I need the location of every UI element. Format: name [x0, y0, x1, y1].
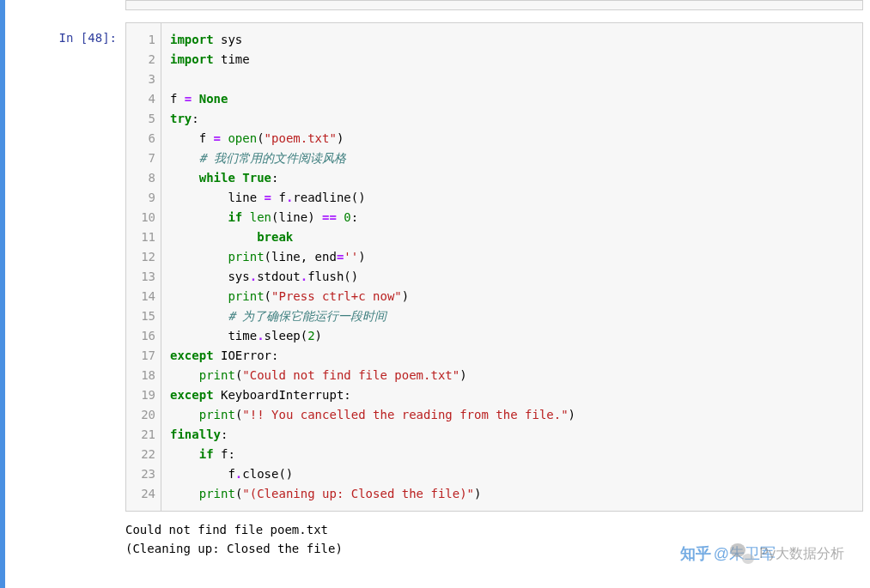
collapsed-cell-bar: [125, 0, 863, 10]
code-cell: In [48]: 1234567891011121314151617181920…: [5, 22, 870, 512]
wechat-text: Py大数据分析: [759, 545, 844, 563]
wechat-icon: [730, 543, 754, 564]
prompt-number: [48]:: [81, 31, 117, 45]
output-prompt-spacer: [5, 520, 125, 558]
code-content[interactable]: import sysimport time f = Nonetry: f = o…: [161, 23, 862, 511]
code-input-area[interactable]: 123456789101112131415161718192021222324 …: [125, 22, 863, 512]
cell-prompt: In [48]:: [5, 22, 125, 512]
prompt-in: In: [59, 31, 81, 45]
zhihu-logo-text: 知乎: [680, 545, 711, 562]
line-number-gutter: 123456789101112131415161718192021222324: [126, 23, 161, 511]
wechat-watermark: Py大数据分析: [730, 543, 844, 564]
